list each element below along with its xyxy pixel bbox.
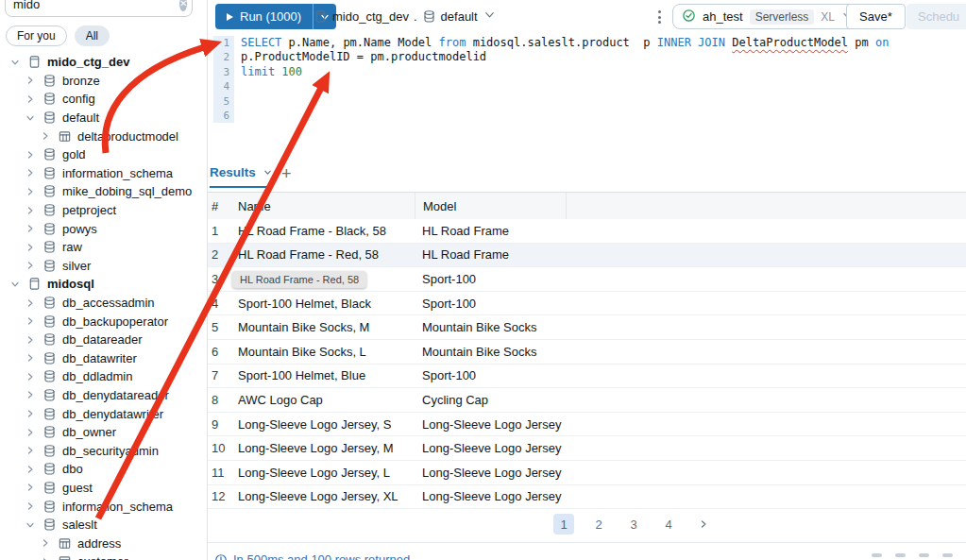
tree-item-raw[interactable]: raw	[0, 238, 207, 257]
tree-item-bronze[interactable]: bronze	[0, 72, 207, 91]
tree-item-silver[interactable]: silver	[0, 257, 207, 276]
tree-item-petproject[interactable]: petproject	[0, 201, 207, 220]
tree-item-db_backupoperator[interactable]: db_backupoperator	[0, 312, 207, 331]
chevron-right-icon[interactable]	[23, 240, 38, 255]
tree-item-config[interactable]: config	[0, 90, 207, 109]
warehouse-selector[interactable]: ah_test Serverless XL	[672, 4, 862, 29]
tree-item-address[interactable]: address	[0, 534, 207, 552]
tree-item-db_datareader[interactable]: db_datareader	[0, 331, 207, 349]
schema-icon	[42, 73, 57, 88]
tree-item-db_ddladmin[interactable]: db_ddladmin	[0, 367, 207, 386]
table-row-2[interactable]: 2HL Road Frame - Red, 58HL Road Frame	[208, 244, 966, 268]
chevron-right-icon[interactable]	[23, 406, 38, 421]
table-row-5[interactable]: 5Mountain Bike Socks, MMountain Bike Soc…	[208, 315, 966, 340]
page-1-button[interactable]: 1	[553, 514, 574, 535]
chevron-right-icon[interactable]	[23, 425, 38, 440]
table-row-1[interactable]: 1HL Road Frame - Black, 58HL Road Frame	[208, 219, 966, 244]
column-header-index[interactable]: #	[208, 199, 230, 213]
table-row-12[interactable]: 12Long-Sleeve Logo Jersey, XLLong-Sleeve…	[208, 485, 966, 510]
tree-item-db_owner[interactable]: db_owner	[0, 423, 207, 442]
tree-item-default[interactable]: default	[0, 109, 207, 127]
chevron-right-icon[interactable]	[23, 443, 38, 458]
code-line-1[interactable]: SELECT p.Name, pm.Name Model from midosq…	[241, 36, 889, 50]
filter-chip-for-you[interactable]: For you	[6, 25, 67, 46]
add-results-tab-button[interactable]: +	[281, 164, 292, 184]
chevron-right-icon[interactable]	[38, 554, 53, 560]
tree-item-db_accessadmin[interactable]: db_accessadmin	[0, 294, 207, 313]
chevron-down-icon[interactable]	[23, 518, 38, 533]
statusbar-actions-clipped[interactable]	[872, 553, 953, 557]
code-line-2[interactable]: p.ProductModelID = pm.productmodelid	[241, 50, 889, 64]
page-3-button[interactable]: 3	[623, 514, 644, 535]
tree-item-information_schema[interactable]: information_schema	[0, 497, 207, 516]
cell-model: Long-Sleeve Logo Jersey	[415, 489, 573, 503]
filter-chip-all[interactable]: All	[75, 25, 110, 46]
tree-item-label: dbo	[62, 462, 83, 476]
catalog-search-input[interactable]	[13, 0, 179, 11]
save-button[interactable]: Save*	[846, 4, 906, 29]
tree-item-information_schema[interactable]: information_schema	[0, 164, 207, 183]
schema-icon	[42, 369, 57, 384]
chevron-right-icon[interactable]	[23, 296, 38, 311]
code-line-3[interactable]: limit 100	[241, 65, 889, 79]
catalog-schema-selector[interactable]: mido_ctg_dev . default	[314, 8, 497, 25]
tree-item-powys[interactable]: powys	[0, 219, 207, 238]
tree-item-midosql[interactable]: midosql	[0, 275, 207, 294]
table-row-7[interactable]: 7Sport-100 Helmet, BlueSport-100	[208, 365, 966, 389]
code-area[interactable]: SELECT p.Name, pm.Name Model from midosq…	[234, 36, 889, 123]
chevron-right-icon[interactable]	[23, 73, 38, 88]
column-header-name[interactable]: Name	[230, 199, 415, 213]
kebab-menu-icon[interactable]	[652, 8, 667, 26]
tree-item-mike_dobing_sql_demo[interactable]: mike_dobing_sql_demo	[0, 182, 207, 201]
chevron-right-icon[interactable]	[23, 147, 38, 162]
chevron-right-icon[interactable]	[23, 480, 38, 495]
chevron-right-icon[interactable]	[23, 369, 38, 384]
sql-code-editor[interactable]: 123456 SELECT p.Name, pm.Name Model from…	[213, 36, 966, 123]
chevron-right-icon[interactable]	[23, 184, 38, 199]
tree-item-gold[interactable]: gold	[0, 145, 207, 164]
chevron-right-icon[interactable]	[23, 165, 38, 180]
tree-item-guest[interactable]: guest	[0, 479, 207, 498]
chevron-right-icon[interactable]	[23, 92, 38, 107]
chevron-down-icon[interactable]	[8, 277, 23, 292]
code-line-6[interactable]	[241, 109, 889, 123]
table-row-4[interactable]: 4Sport-100 Helmet, BlackSport-100	[208, 292, 966, 316]
page-4-button[interactable]: 4	[658, 514, 679, 535]
table-row-6[interactable]: 6Mountain Bike Socks, LMountain Bike Soc…	[208, 340, 966, 365]
tree-item-label: db_securityadmin	[62, 444, 159, 458]
chevron-right-icon[interactable]	[23, 314, 38, 329]
chevron-right-icon[interactable]	[38, 535, 53, 551]
chevron-right-icon[interactable]	[23, 203, 38, 218]
tree-item-customer[interactable]: customer	[0, 552, 207, 560]
catalog-search-box[interactable]: ✕	[5, 0, 193, 17]
chevron-right-icon[interactable]	[38, 128, 53, 144]
chevron-right-icon[interactable]	[23, 499, 38, 514]
tree-item-db_denydatawriter[interactable]: db_denydatawriter	[0, 404, 207, 423]
tree-item-saleslt[interactable]: saleslt	[0, 516, 207, 535]
page-2-button[interactable]: 2	[588, 514, 609, 535]
table-row-11[interactable]: 11Long-Sleeve Logo Jersey, LLong-Sleeve …	[208, 461, 966, 485]
tree-item-dbo[interactable]: dbo	[0, 460, 207, 479]
chevron-right-icon[interactable]	[23, 258, 38, 273]
table-row-8[interactable]: 8AWC Logo CapCycling Cap	[208, 388, 966, 413]
tree-item-db_denydatareader[interactable]: db_denydatareader	[0, 386, 207, 405]
chevron-right-icon[interactable]	[23, 462, 38, 477]
table-row-10[interactable]: 10Long-Sleeve Logo Jersey, MLong-Sleeve …	[208, 436, 966, 461]
chevron-right-icon[interactable]	[23, 387, 38, 402]
search-clear-icon[interactable]: ✕	[179, 0, 187, 11]
tree-item-db_securityadmin[interactable]: db_securityadmin	[0, 441, 207, 460]
code-line-5[interactable]	[241, 94, 889, 109]
tree-item-deltaproductmodel[interactable]: deltaproductmodel	[0, 127, 207, 145]
next-page-button[interactable]	[693, 514, 714, 535]
table-row-9[interactable]: 9Long-Sleeve Logo Jersey, SLong-Sleeve L…	[208, 413, 966, 437]
code-line-4[interactable]	[241, 79, 889, 93]
tree-item-db_datawriter[interactable]: db_datawriter	[0, 349, 207, 368]
chevron-right-icon[interactable]	[23, 221, 38, 236]
tab-results[interactable]: Results	[210, 165, 273, 188]
chevron-right-icon[interactable]	[23, 332, 38, 348]
tree-item-mido_ctg_dev[interactable]: mido_ctg_dev	[0, 53, 207, 72]
column-header-model[interactable]: Model	[415, 193, 566, 219]
chevron-down-icon[interactable]	[23, 110, 38, 126]
chevron-right-icon[interactable]	[23, 350, 38, 365]
chevron-down-icon[interactable]	[8, 55, 23, 70]
